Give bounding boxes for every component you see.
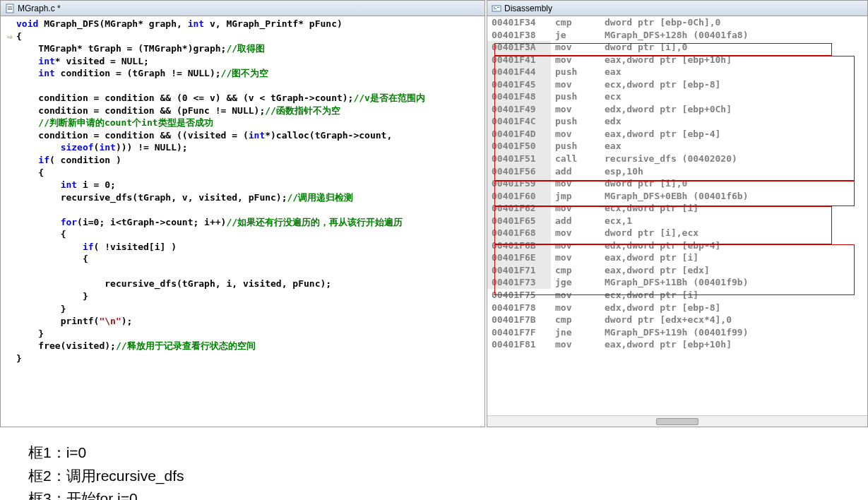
disasm-mnemonic: add	[551, 165, 600, 178]
disasm-row[interactable]: 00401F44pusheax	[487, 66, 867, 78]
code-line: }	[4, 328, 484, 340]
disasm-row[interactable]: 00401F51callrecursive_dfs (00402020)	[487, 153, 867, 165]
disasm-row[interactable]: 00401F6Emoveax,dword ptr [i]	[487, 251, 867, 264]
code-line: recursive_dfs(tGraph, v, visited, pFunc)…	[4, 191, 484, 204]
execution-arrow-icon	[4, 129, 16, 142]
disasm-operand: ecx,dword ptr [i]	[600, 202, 867, 215]
source-code-area[interactable]: void MGraph_DFS(MGraph* graph, int v, MG…	[1, 16, 484, 427]
code-line: {	[4, 167, 484, 179]
disasm-row[interactable]: 00401F65addecx,1	[487, 215, 867, 227]
disasm-operand: eax,dword ptr [ebp+10h]	[600, 54, 867, 66]
code-line	[4, 266, 484, 278]
code-line: {	[4, 228, 484, 241]
execution-arrow-icon	[4, 80, 16, 93]
svg-rect-6	[494, 8, 497, 9]
scroll-thumb[interactable]	[656, 418, 698, 425]
disasm-operand: eax	[600, 66, 867, 78]
code-line	[4, 80, 484, 93]
disasm-mnemonic: mov	[551, 54, 600, 66]
execution-arrow-icon	[4, 203, 16, 216]
code-line: if( condition )	[4, 154, 484, 167]
execution-arrow-icon	[4, 278, 16, 290]
disasm-row[interactable]: 00401F71cmpeax,dword ptr [edx]	[487, 264, 867, 277]
disasm-address: 00401F62	[487, 202, 551, 215]
disasm-address: 00401F56	[487, 165, 551, 178]
code-line: }	[4, 303, 484, 316]
horizontal-scrollbar[interactable]	[487, 415, 867, 427]
disasm-row[interactable]: 00401F73jgeMGraph_DFS+11Bh (00401f9b)	[487, 276, 867, 289]
execution-arrow-icon	[4, 290, 16, 303]
disasm-address: 00401F7F	[487, 326, 551, 339]
disasm-area[interactable]: 00401F34cmpdword ptr [ebp-0Ch],000401F38…	[487, 16, 867, 415]
disasm-row[interactable]: 00401F75movecx,dword ptr [i]	[487, 289, 867, 302]
disasm-row[interactable]: 00401F48pushecx	[487, 90, 867, 103]
disasm-address: 00401F45	[487, 78, 551, 91]
annotation-notes: 框1：i=0框2：调用recursive_dfs框3：开始for i=0框4：i…	[0, 427, 868, 500]
disasm-mnemonic: jne	[551, 326, 600, 339]
disasm-title: Disassembly	[504, 4, 552, 13]
execution-arrow-icon	[4, 92, 16, 105]
disasm-mnemonic: mov	[551, 338, 600, 351]
execution-arrow-icon	[4, 315, 16, 328]
svg-rect-3	[8, 9, 12, 10]
disasm-mnemonic: cmp	[551, 264, 600, 277]
disasm-address: 00401F73	[487, 276, 551, 289]
disasm-row[interactable]: 00401F4Dmoveax,dword ptr [ebp-4]	[487, 128, 867, 141]
execution-arrow-icon	[4, 191, 16, 204]
disasm-operand: edx	[600, 115, 867, 128]
disasm-title-bar[interactable]: Disassembly	[487, 1, 867, 16]
disasm-row[interactable]: 00401F34cmpdword ptr [ebp-0Ch],0	[487, 16, 867, 29]
disasm-operand: recursive_dfs (00402020)	[600, 153, 867, 165]
source-pane: MGraph.c * void MGraph_DFS(MGraph* graph…	[0, 0, 485, 427]
source-title-bar[interactable]: MGraph.c *	[1, 1, 484, 16]
disasm-row[interactable]: 00401F7FjneMGraph_DFS+119h (00401f99)	[487, 326, 867, 339]
disasm-row[interactable]: 00401F3Amovdword ptr [i],0	[487, 41, 867, 54]
disasm-address: 00401F41	[487, 54, 551, 66]
code-line: condition = condition && ((visited = (in…	[4, 129, 484, 142]
disasm-row[interactable]: 00401F62movecx,dword ptr [i]	[487, 202, 867, 215]
execution-arrow-icon	[4, 141, 16, 154]
disasm-row[interactable]: 00401F60jmpMGraph_DFS+0EBh (00401f6b)	[487, 190, 867, 203]
disasm-mnemonic: call	[551, 153, 600, 165]
disasm-mnemonic: jmp	[551, 190, 600, 203]
disasm-address: 00401F6E	[487, 251, 551, 264]
disasm-address: 00401F49	[487, 103, 551, 116]
disasm-row[interactable]: 00401F38jeMGraph_DFS+128h (00401fa8)	[487, 29, 867, 42]
disasm-mnemonic: push	[551, 90, 600, 103]
disasm-operand: edx,dword ptr [ebp-4]	[600, 239, 867, 252]
disasm-operand: eax,dword ptr [ebp-4]	[600, 128, 867, 141]
disasm-address: 00401F34	[487, 16, 551, 29]
disasm-row[interactable]: 00401F7Bcmpdword ptr [edx+ecx*4],0	[487, 314, 867, 326]
disasm-mnemonic: mov	[551, 41, 600, 54]
disasm-row[interactable]: 00401F50pusheax	[487, 140, 867, 153]
code-line: int* visited = NULL;	[4, 55, 484, 68]
disasm-address: 00401F81	[487, 338, 551, 351]
disasm-mnemonic: mov	[551, 103, 600, 116]
disasm-row[interactable]: 00401F81moveax,dword ptr [ebp+10h]	[487, 338, 867, 351]
disasm-address: 00401F50	[487, 140, 551, 153]
disasm-row[interactable]: 00401F49movedx,dword ptr [ebp+0Ch]	[487, 103, 867, 116]
code-line: {	[4, 253, 484, 266]
disasm-row[interactable]: 00401F59movdword ptr [i],0	[487, 177, 867, 190]
code-line	[4, 203, 484, 216]
disasm-row[interactable]: 00401F78movedx,dword ptr [ebp-8]	[487, 302, 867, 314]
disasm-row[interactable]: 00401F45movecx,dword ptr [ebp-8]	[487, 78, 867, 91]
disasm-operand: esp,10h	[600, 165, 867, 178]
code-line: int i = 0;	[4, 179, 484, 191]
disasm-mnemonic: push	[551, 115, 600, 128]
disasm-mnemonic: jge	[551, 276, 600, 289]
disasm-row[interactable]: 00401F6Bmovedx,dword ptr [ebp-4]	[487, 239, 867, 252]
disasm-mnemonic: mov	[551, 251, 600, 264]
disasm-row[interactable]: 00401F68movdword ptr [i],ecx	[487, 227, 867, 239]
disasm-operand: ecx,dword ptr [i]	[600, 289, 867, 302]
disasm-operand: eax,dword ptr [i]	[600, 251, 867, 264]
disasm-mnemonic: cmp	[551, 16, 600, 29]
disasm-address: 00401F44	[487, 66, 551, 78]
code-line: for(i=0; i<tGraph->count; i++)//如果还有行没遍历…	[4, 216, 484, 229]
disasm-row[interactable]: 00401F4Cpushedx	[487, 115, 867, 128]
disasm-row[interactable]: 00401F56addesp,10h	[487, 165, 867, 178]
disasm-address: 00401F7B	[487, 314, 551, 326]
disasm-mnemonic: mov	[551, 302, 600, 314]
disasm-row[interactable]: 00401F41moveax,dword ptr [ebp+10h]	[487, 54, 867, 66]
code-line: }	[4, 290, 484, 303]
